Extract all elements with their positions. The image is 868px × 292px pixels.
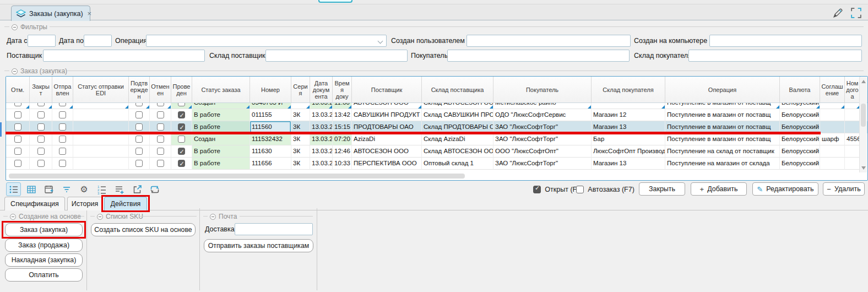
cell-buyer_wh[interactable]: Магазин 12 [592,109,665,121]
cell-supplier[interactable]: ПЕРСПЕКТИВА ООО [352,158,422,170]
checkbox-confirmed[interactable] [135,148,143,155]
cell-status[interactable]: Создан [192,133,250,145]
cell-otm[interactable] [6,133,30,145]
cell-sent[interactable] [52,145,73,158]
checkbox-closed[interactable] [37,136,45,143]
cell-posted[interactable] [171,103,192,109]
cell-time[interactable]: 13:42 [333,109,352,121]
column-header-time[interactable]: Время доку [333,77,352,102]
column-header-supplier[interactable]: Поставщик [352,77,422,102]
cell-operation[interactable]: Поступление на магазин от склада [665,158,780,170]
checkbox-posted[interactable] [178,136,185,143]
cell-confirmed[interactable] [129,158,150,170]
cell-buyer[interactable]: ООО "ЛюксСофтОпт" [493,145,592,158]
date-to-input[interactable] [84,35,112,47]
checkbox-sent[interactable] [59,136,66,143]
cell-currency[interactable]: Белорусский [780,109,820,121]
cell-cancelled[interactable] [150,109,171,121]
delete-button[interactable]: − Удалить [823,182,865,196]
cell-number[interactable]: 111656 [250,158,291,170]
cell-posted[interactable] [171,158,192,170]
collapse-icon[interactable] [10,214,16,220]
cell-agreement[interactable] [820,121,845,133]
cell-cancelled[interactable] [150,103,171,109]
column-header-otm[interactable]: Отм. [6,77,30,102]
cell-supplier[interactable]: АВТОСЕЗОН ООО [352,145,422,158]
cell-number[interactable]: 0340703 И [250,103,291,109]
settings-gear-icon[interactable]: ⚙ [77,182,91,196]
checkbox-posted[interactable] [178,148,185,155]
cell-supplier_wh[interactable]: Оптовый склад 1 [422,158,493,170]
collapse-icon[interactable] [12,24,18,30]
cell-confirmed[interactable] [129,109,150,121]
cell-date[interactable]: 13.03.24 [310,158,333,170]
cell-supplier_wh[interactable]: Склад AzizaDi [422,133,493,145]
cell-posted[interactable] [171,109,192,121]
checkbox-posted[interactable] [178,111,185,118]
cell-operation[interactable]: Поступление на склад от поставщик [665,145,780,158]
column-header-cancelled[interactable]: Отменен [150,77,171,102]
collapse-icon[interactable] [12,68,18,74]
orders-table[interactable]: Отм.ЗакрытОтправленСтатус отправки EDIПо… [6,76,868,181]
cell-edi[interactable] [73,145,129,158]
cell-agreement[interactable] [820,103,845,109]
export-icon[interactable] [129,182,144,196]
filter-icon[interactable] [59,182,74,196]
cell-series[interactable]: 3К [291,133,310,145]
column-header-supplier_wh[interactable]: Склад поставщика [422,77,493,102]
pay-button[interactable]: Оплатить [5,268,83,282]
refresh-icon[interactable] [147,182,162,196]
cell-buyer[interactable]: ЗАО "ЛюксСофтТорг" [493,158,592,170]
cell-operation[interactable]: Поступление в магазин от поставщ [665,109,780,121]
cell-time[interactable]: 12:46 [333,145,352,158]
checkbox-otm[interactable] [14,148,21,155]
cell-operation[interactable]: Поступление в магазин от поставщ [665,103,780,109]
column-header-agreement[interactable]: Соглашение [820,77,845,102]
cell-supplier[interactable]: САВУШКИН ПРОДУКТ О [352,109,422,121]
checkbox-sent[interactable] [59,148,66,155]
cell-buyer[interactable]: Мстиславское райпо [493,103,592,109]
cell-buyer_wh[interactable]: Магазин 13 [592,158,665,170]
order-sale-button[interactable]: Заказ (продажа) [5,239,83,252]
grid-view-icon[interactable] [24,182,39,196]
cell-currency[interactable]: Белорусский [780,133,820,145]
cell-otm[interactable] [6,158,30,170]
invoice-purchase-button[interactable]: Накладная (закупка) [5,253,83,267]
checkbox-otm[interactable] [14,160,21,167]
cell-contract[interactable] [845,158,860,170]
checkbox-cancelled[interactable] [157,160,164,167]
vertical-scrollbar[interactable] [859,77,867,172]
cell-agreement[interactable] [820,145,845,158]
checkbox-posted[interactable] [178,103,185,106]
cell-supplier_wh[interactable]: Склад САВУШКИН ПРОДУКТ [422,109,493,121]
cell-series[interactable] [291,103,310,109]
tab-orders-purchase[interactable]: Заказы (закупка) × [11,6,90,21]
column-header-buyer[interactable]: Покупатель [493,77,592,102]
checkbox-confirmed[interactable] [135,111,143,118]
checkbox-otm[interactable] [14,103,21,106]
calendar-add-icon[interactable] [41,182,56,196]
cell-buyer[interactable]: ЗАО "ЛюксСофтТорг" [493,133,592,145]
cell-time[interactable]: 07:20 [333,133,352,145]
checkbox-closed[interactable] [37,111,45,118]
collapse-icon[interactable] [97,214,103,220]
vertical-scrollbar-thumb[interactable] [861,104,866,127]
column-header-series[interactable]: Серия [291,77,310,102]
cell-sent[interactable] [52,103,73,109]
delivery-input[interactable] [235,223,313,235]
checkbox-cancelled[interactable] [157,103,164,106]
column-header-sent[interactable]: Отправлен [52,77,73,102]
numbered-list-icon[interactable]: 1 2 3 [94,182,109,196]
cell-status[interactable]: В работе [192,158,250,170]
cell-contract[interactable] [845,103,860,109]
checkbox-closed[interactable] [37,160,45,167]
cell-number[interactable]: 111532432 [250,133,291,145]
cell-series[interactable]: 3К [291,158,310,170]
checkbox-sent[interactable] [59,103,66,106]
checkbox-closed[interactable] [37,148,45,155]
edit-button[interactable]: ✎ Редактировать [752,182,818,196]
cell-sent[interactable] [52,109,73,121]
cell-operation[interactable]: Поступление в магазин от поставщ [665,133,780,145]
cell-buyer_wh[interactable] [592,103,665,109]
horizontal-scrollbar-thumb[interactable] [9,174,465,179]
